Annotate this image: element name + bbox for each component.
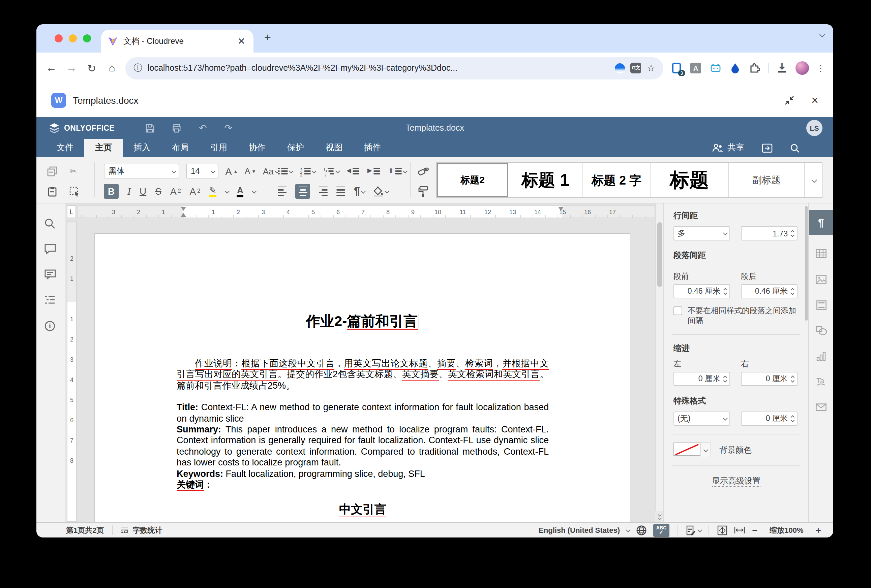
find-icon[interactable] (45, 218, 55, 229)
table-settings-icon[interactable] (809, 241, 833, 266)
align-left-icon[interactable] (278, 186, 286, 196)
italic-button[interactable]: I (127, 186, 131, 196)
user-avatar-badge[interactable]: LS (806, 120, 822, 136)
style-heading2-char[interactable]: 标题 2 字 (583, 163, 651, 197)
line-spacing-icon[interactable]: ⇕ (388, 168, 407, 175)
zoom-level[interactable]: 缩放100% (769, 525, 803, 535)
same-style-checkbox[interactable] (673, 306, 682, 315)
bilibili-tv-icon[interactable] (709, 62, 721, 74)
about-info-icon[interactable] (45, 321, 55, 331)
font-color-button[interactable]: A (237, 185, 243, 197)
water-drop-icon[interactable] (729, 62, 741, 74)
multilevel-list-icon[interactable]: 1i (323, 168, 338, 175)
indent-right-spinner[interactable]: 0 厘米 (741, 372, 798, 386)
word-count-label[interactable]: 字数统计 (133, 525, 163, 535)
highlight-color-button[interactable]: ✎ (209, 185, 216, 197)
menu-tab-file[interactable]: 文件 (46, 139, 84, 157)
menu-tab-layout[interactable]: 布局 (161, 139, 199, 157)
mail-merge-settings-icon[interactable] (809, 395, 833, 419)
url-text[interactable]: localhost:5173/home?path=cloudreve%3A%2F… (148, 63, 610, 73)
font-name-select[interactable]: 黑体 (104, 164, 179, 179)
document-language-globe-icon[interactable] (636, 525, 647, 535)
fit-width-icon[interactable] (735, 526, 745, 534)
profile-avatar[interactable] (796, 61, 809, 75)
copy-icon[interactable] (47, 166, 57, 176)
select-all-icon[interactable] (69, 186, 80, 196)
font-size-select[interactable]: 14 (186, 164, 218, 179)
document-page[interactable]: 作业2-篇前和引言 作业说明：根据下面这段中文引言，用英文写出论文标题、摘要、检… (94, 233, 630, 522)
shape-settings-icon[interactable] (809, 318, 833, 343)
header-footer-settings-icon[interactable] (809, 293, 833, 317)
search-icon[interactable] (790, 143, 799, 152)
image-settings-icon[interactable] (809, 267, 833, 292)
first-line-indent-marker[interactable] (181, 207, 186, 211)
subscript-button[interactable]: A2 (190, 187, 201, 196)
share-button[interactable]: 共享 (712, 142, 744, 154)
indent-left-spinner[interactable]: 0 厘米 (673, 372, 730, 386)
chart-settings-icon[interactable] (809, 343, 833, 369)
comments-icon[interactable] (45, 244, 56, 254)
line-spacing-select[interactable]: 多 (673, 226, 730, 240)
underline-button[interactable]: U (139, 187, 146, 196)
fit-page-icon[interactable] (718, 525, 728, 535)
style-title[interactable]: 标题 (651, 163, 729, 197)
menu-tab-home[interactable]: 主页 (84, 139, 123, 157)
extensions-puzzle-icon[interactable] (748, 62, 760, 74)
style-heading1[interactable]: 标题 1 (508, 163, 583, 197)
tab-search-chevron-icon[interactable] (819, 32, 825, 37)
extension-card-icon[interactable]: 3 (670, 62, 682, 74)
increase-font-icon[interactable]: A▲ (225, 166, 238, 176)
right-indent-marker[interactable] (558, 207, 564, 211)
vertical-scrollbar[interactable] (655, 203, 663, 522)
tab-close-icon[interactable]: ✕ (236, 36, 247, 46)
spacing-before-spinner[interactable]: 0.46 厘米 (673, 284, 730, 298)
fullscreen-window-button[interactable] (83, 34, 91, 42)
spacing-after-spinner[interactable]: 0.46 厘米 (741, 284, 798, 298)
menu-tab-references[interactable]: 引用 (199, 139, 238, 157)
left-indent-marker[interactable] (181, 213, 186, 217)
text-art-settings-icon[interactable]: Ta (809, 369, 833, 394)
clear-style-icon[interactable] (418, 166, 430, 176)
document-canvas[interactable]: L 3211234567891011121314151617 211234567… (65, 203, 663, 522)
bookmark-star-icon[interactable]: ☆ (647, 63, 655, 73)
navigation-headings-icon[interactable] (45, 295, 55, 304)
zoom-out-button[interactable]: − (752, 525, 757, 536)
increase-indent-icon[interactable]: ▶ (367, 168, 380, 175)
home-icon[interactable]: ⌂ (105, 62, 119, 74)
address-bar[interactable]: ⓘ localhost:5173/home?path=cloudreve%3A%… (126, 57, 663, 79)
extension-a-icon[interactable]: A (690, 63, 701, 73)
horizontal-ruler[interactable]: 3211234567891011121314151617 (78, 206, 655, 218)
track-changes-button[interactable] (686, 525, 701, 535)
decrease-font-icon[interactable]: A▼ (245, 167, 256, 175)
align-right-icon[interactable] (319, 186, 328, 196)
menu-tab-plugins[interactable]: 插件 (353, 139, 392, 157)
menu-tab-view[interactable]: 视图 (315, 139, 353, 157)
same-style-checkbox-row[interactable]: 不要在相同样式的段落之间添加间隔 (673, 306, 799, 326)
site-info-icon[interactable]: ⓘ (133, 62, 142, 74)
close-window-button[interactable] (55, 34, 63, 42)
minimize-window-button[interactable] (69, 34, 77, 42)
language-selector[interactable]: English (United States) (539, 526, 620, 534)
spellcheck-toggle[interactable]: ABC✓ (653, 524, 669, 536)
page-navigation-buttons[interactable] (655, 511, 663, 522)
strikethrough-button[interactable]: S (155, 187, 162, 196)
scrollbar-thumb[interactable] (657, 222, 662, 287)
menu-tab-protection[interactable]: 保护 (276, 139, 315, 157)
line-spacing-spinner[interactable]: 1.73 (741, 226, 798, 240)
special-format-spinner[interactable]: 0 厘米 (741, 412, 798, 426)
new-tab-button[interactable]: + (264, 32, 271, 43)
bullet-list-icon[interactable] (278, 168, 292, 175)
collapse-icon[interactable] (784, 95, 795, 106)
copy-style-icon[interactable] (418, 186, 428, 197)
paragraph-settings-icon[interactable]: ¶ (809, 210, 833, 235)
reload-icon[interactable]: ↻ (85, 62, 99, 75)
undo-icon[interactable]: ↶ (199, 123, 207, 133)
menu-tab-insert[interactable]: 插入 (123, 139, 161, 157)
change-case-icon[interactable]: Aa (263, 167, 278, 175)
print-icon[interactable] (172, 124, 181, 132)
tab-stop-selector[interactable]: L (67, 206, 76, 218)
style-subtitle[interactable]: 副标题 (729, 163, 805, 197)
browser-tab[interactable]: 文档 - Cloudreve ✕ (101, 30, 253, 52)
shading-bucket-icon[interactable] (373, 186, 388, 197)
menu-tab-collaboration[interactable]: 协作 (238, 139, 276, 157)
